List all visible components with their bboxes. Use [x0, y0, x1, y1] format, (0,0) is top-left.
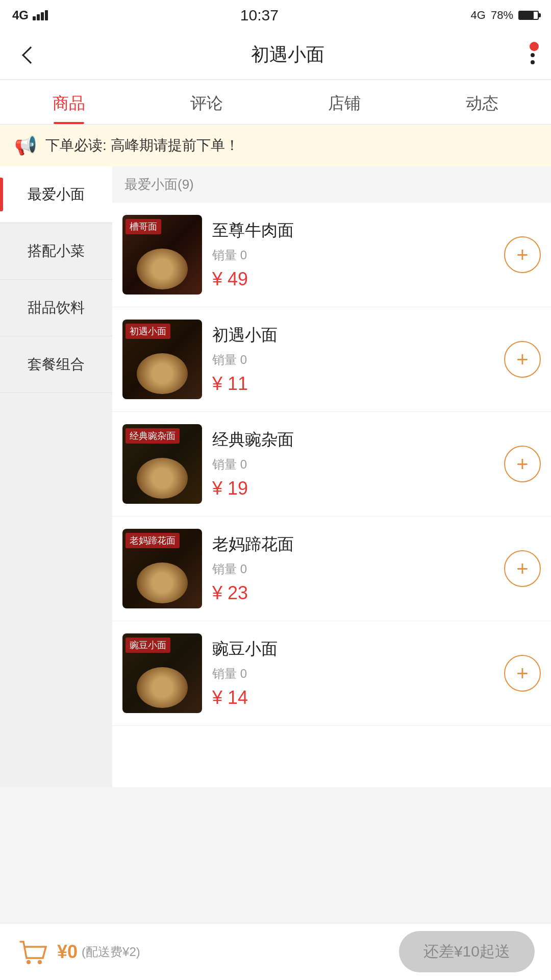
plus-icon: +: [516, 244, 528, 265]
product-sales: 销量 0: [212, 352, 494, 368]
delivery-fee: (配送费¥2): [82, 944, 140, 960]
top-nav: 初遇小面: [0, 31, 551, 80]
product-sales: 销量 0: [212, 561, 494, 577]
food-visual: [137, 353, 188, 394]
food-visual: [137, 667, 188, 708]
back-arrow-icon: [22, 46, 39, 64]
food-label: 豌豆小面: [126, 638, 170, 653]
checkout-button[interactable]: 还差¥10起送: [399, 931, 535, 972]
sidebar-item-combo[interactable]: 套餐组合: [0, 336, 112, 393]
tab-review[interactable]: 评论: [138, 80, 276, 124]
product-info-1: 至尊牛肉面 销量 0 ¥ 49: [202, 219, 504, 290]
sidebar-item-fav[interactable]: 最爱小面: [0, 166, 112, 223]
plus-icon: +: [516, 454, 528, 474]
food-label: 经典豌杂面: [126, 428, 180, 444]
food-label: 槽哥面: [126, 219, 161, 234]
product-info-3: 经典豌杂面 销量 0 ¥ 19: [202, 429, 504, 499]
back-button[interactable]: [16, 41, 45, 69]
add-to-cart-button-3[interactable]: +: [504, 446, 541, 482]
svg-point-0: [27, 960, 31, 964]
notification-dot: [530, 42, 539, 51]
network-type: 4G: [471, 9, 486, 22]
bottom-spacer: [112, 726, 551, 787]
cart-icon: [16, 938, 49, 966]
product-sales: 销量 0: [212, 247, 494, 263]
product-price: ¥ 49: [212, 268, 494, 290]
status-left: 4G: [12, 8, 48, 22]
product-price: ¥ 19: [212, 478, 494, 499]
table-row: 经典豌杂面 经典豌杂面 销量 0 ¥ 19 +: [112, 412, 551, 517]
food-label: 老妈蹄花面: [126, 533, 180, 548]
battery-percent: 78%: [491, 9, 513, 22]
food-visual: [137, 458, 188, 499]
product-image-1: 槽哥面: [122, 215, 202, 295]
status-bar: 4G 10:37 4G 78%: [0, 0, 551, 31]
more-menu-button[interactable]: [531, 46, 535, 64]
product-image-5: 豌豆小面: [122, 633, 202, 713]
product-name: 经典豌杂面: [212, 429, 494, 451]
tab-bar: 商品 评论 店铺 动态: [0, 80, 551, 125]
table-row: 初遇小面 初遇小面 销量 0 ¥ 11 +: [112, 307, 551, 412]
food-visual: [137, 562, 188, 603]
product-name: 豌豆小面: [212, 638, 494, 660]
plus-icon: +: [516, 558, 528, 579]
product-sales: 销量 0: [212, 456, 494, 473]
tab-dynamic[interactable]: 动态: [413, 80, 551, 124]
table-row: 老妈蹄花面 老妈蹄花面 销量 0 ¥ 23 +: [112, 517, 551, 621]
product-image-4: 老妈蹄花面: [122, 529, 202, 608]
bottom-bar: ¥0 (配送费¥2) 还差¥10起送: [0, 923, 551, 980]
status-time: 10:37: [240, 7, 279, 24]
food-label: 初遇小面: [126, 324, 170, 339]
status-right: 4G 78%: [471, 9, 539, 22]
product-name: 老妈蹄花面: [212, 533, 494, 556]
product-info-4: 老妈蹄花面 销量 0 ¥ 23: [202, 533, 504, 604]
notice-text: 下单必读: 高峰期请提前下单！: [45, 136, 239, 155]
tab-store[interactable]: 店铺: [276, 80, 413, 124]
product-image-2: 初遇小面: [122, 320, 202, 399]
plus-icon: +: [516, 349, 528, 370]
sidebar-item-dessert[interactable]: 甜品饮料: [0, 280, 112, 336]
product-price: ¥ 11: [212, 373, 494, 395]
category-header: 最爱小面(9): [112, 166, 551, 203]
product-name: 初遇小面: [212, 324, 494, 347]
product-list: 最爱小面(9) 槽哥面 至尊牛肉面 销量 0 ¥ 49 + 初遇小面 初: [112, 166, 551, 787]
page-title: 初遇小面: [251, 42, 324, 67]
notice-banner: 📢 下单必读: 高峰期请提前下单！: [0, 125, 551, 166]
product-name: 至尊牛肉面: [212, 219, 494, 242]
product-price: ¥ 23: [212, 582, 494, 604]
cart-price: ¥0: [57, 941, 78, 963]
table-row: 槽哥面 至尊牛肉面 销量 0 ¥ 49 +: [112, 203, 551, 307]
add-to-cart-button-2[interactable]: +: [504, 341, 541, 378]
svg-point-1: [38, 960, 42, 964]
product-info-5: 豌豆小面 销量 0 ¥ 14: [202, 638, 504, 708]
product-sales: 销量 0: [212, 666, 494, 682]
megaphone-icon: 📢: [14, 135, 37, 156]
product-image-3: 经典豌杂面: [122, 424, 202, 504]
add-to-cart-button-4[interactable]: +: [504, 550, 541, 587]
add-to-cart-button-1[interactable]: +: [504, 236, 541, 273]
product-info-2: 初遇小面 销量 0 ¥ 11: [202, 324, 504, 395]
battery-icon: [518, 11, 539, 20]
add-to-cart-button-5[interactable]: +: [504, 655, 541, 692]
food-visual: [137, 249, 188, 289]
category-sidebar: 最爱小面 搭配小菜 甜品饮料 套餐组合: [0, 166, 112, 787]
product-price: ¥ 14: [212, 687, 494, 708]
tab-goods[interactable]: 商品: [0, 80, 138, 124]
cart-icon-wrap: [16, 938, 49, 966]
network-label: 4G: [12, 8, 29, 22]
sidebar-item-side[interactable]: 搭配小菜: [0, 223, 112, 280]
content-area: 最爱小面 搭配小菜 甜品饮料 套餐组合 最爱小面(9) 槽哥面 至尊牛肉面 销量…: [0, 166, 551, 787]
table-row: 豌豆小面 豌豆小面 销量 0 ¥ 14 +: [112, 621, 551, 726]
signal-bars: [33, 10, 48, 20]
plus-icon: +: [516, 663, 528, 683]
